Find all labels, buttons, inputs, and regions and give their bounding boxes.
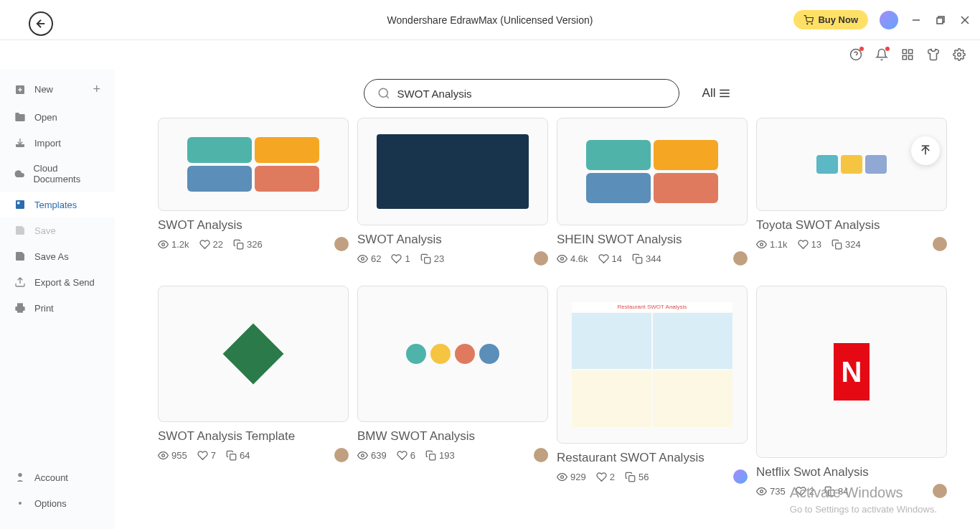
- views-meta: 62: [357, 253, 381, 264]
- save-icon: [14, 225, 26, 236]
- likes-meta: 2: [596, 472, 615, 482]
- menu-icon: [718, 87, 731, 100]
- sidebar-item-save-as[interactable]: Save As: [0, 243, 115, 269]
- sidebar-item-options[interactable]: Options: [0, 490, 115, 516]
- template-card[interactable]: N Netflix Swot Analysis 735 2 84: [756, 286, 947, 498]
- copies-meta: 344: [632, 253, 661, 264]
- svg-point-12: [958, 53, 961, 57]
- sidebar-item-import[interactable]: Import: [0, 130, 115, 156]
- template-thumbnail: [357, 286, 548, 422]
- arrow-up-icon: [919, 144, 932, 157]
- filter-all-button[interactable]: All: [702, 86, 732, 100]
- apps-icon[interactable]: [901, 48, 914, 61]
- svg-point-23: [379, 88, 387, 97]
- svg-rect-3: [937, 18, 943, 24]
- svg-rect-35: [836, 243, 842, 248]
- template-title: BMW SWOT Analysis: [357, 429, 548, 444]
- copies-meta: 64: [226, 450, 250, 461]
- sidebar-item-open[interactable]: Open: [0, 104, 115, 130]
- copies-meta: 84: [824, 486, 848, 497]
- svg-rect-37: [230, 454, 236, 459]
- template-card[interactable]: SWOT Analysis Template 955 7 64: [158, 286, 349, 498]
- maximize-button[interactable]: [934, 14, 947, 27]
- sidebar-item-new[interactable]: New +: [0, 75, 115, 104]
- export-icon: [14, 276, 26, 288]
- svg-point-28: [162, 243, 165, 245]
- notifications-icon[interactable]: [875, 48, 888, 61]
- import-icon: [14, 137, 26, 149]
- plus-square-icon: [14, 84, 26, 95]
- svg-rect-33: [636, 257, 642, 263]
- author-avatar[interactable]: [933, 237, 947, 251]
- svg-rect-10: [909, 56, 913, 60]
- author-avatar[interactable]: [733, 251, 748, 266]
- svg-point-21: [18, 473, 22, 477]
- likes-meta: 14: [598, 253, 622, 264]
- sidebar-item-label: Open: [34, 112, 57, 123]
- sidebar-item-cloud[interactable]: Cloud Documents: [0, 156, 115, 192]
- svg-rect-19: [17, 202, 19, 204]
- svg-rect-39: [430, 454, 435, 459]
- sidebar-item-label: Options: [34, 498, 67, 509]
- settings-icon[interactable]: [953, 48, 966, 61]
- template-card[interactable]: SHEIN SWOT Analysis 4.6k 14 344: [557, 118, 748, 266]
- template-card[interactable]: SWOT Analysis 1.2k 22 326: [158, 118, 349, 266]
- views-meta: 639: [357, 450, 387, 461]
- sidebar-item-label: New: [34, 84, 53, 95]
- back-button[interactable]: [29, 11, 53, 36]
- views-meta: 735: [756, 486, 786, 497]
- author-avatar[interactable]: [933, 484, 947, 498]
- svg-rect-43: [829, 490, 834, 495]
- sidebar-item-label: Export & Send: [34, 277, 95, 288]
- template-title: Restaurant SWOT Analysis: [557, 451, 748, 465]
- svg-point-34: [760, 243, 763, 245]
- sidebar-item-templates[interactable]: Templates: [0, 192, 115, 217]
- search-box[interactable]: [364, 79, 679, 108]
- sidebar-item-export[interactable]: Export & Send: [0, 269, 115, 295]
- author-avatar[interactable]: [534, 448, 548, 462]
- cloud-icon: [14, 168, 24, 179]
- sidebar-item-label: Cloud Documents: [33, 163, 100, 184]
- copies-meta: 324: [831, 239, 861, 250]
- gear-icon: [14, 497, 26, 509]
- sidebar-item-label: Account: [34, 472, 68, 483]
- search-input[interactable]: [397, 88, 666, 100]
- template-thumbnail: [158, 118, 349, 211]
- author-avatar[interactable]: [334, 448, 349, 462]
- svg-rect-29: [237, 243, 243, 248]
- sidebar-item-label: Import: [34, 138, 61, 149]
- svg-point-32: [561, 257, 564, 260]
- template-title: SWOT Analysis: [357, 233, 548, 247]
- sidebar-item-label: Save As: [34, 251, 69, 262]
- template-card[interactable]: Restaurant SWOT Analysis Restaurant SWOT…: [557, 286, 748, 498]
- author-avatar[interactable]: [534, 251, 548, 266]
- sidebar-item-label: Print: [34, 303, 54, 314]
- svg-point-1: [811, 23, 812, 24]
- svg-point-38: [362, 454, 364, 457]
- svg-point-30: [362, 257, 364, 260]
- user-avatar[interactable]: [880, 11, 898, 29]
- shirt-icon[interactable]: [927, 48, 940, 61]
- svg-point-22: [19, 502, 22, 505]
- plus-icon[interactable]: +: [93, 82, 100, 97]
- likes-meta: 2: [796, 486, 814, 497]
- minimize-button[interactable]: [910, 14, 923, 27]
- svg-rect-9: [909, 50, 913, 53]
- author-avatar[interactable]: [334, 237, 349, 251]
- print-icon: [14, 302, 26, 314]
- template-card[interactable]: BMW SWOT Analysis 639 6 193: [357, 286, 548, 498]
- buy-now-button[interactable]: Buy Now: [793, 10, 868, 29]
- scroll-to-top-button[interactable]: [911, 136, 940, 165]
- filter-label: All: [702, 86, 716, 100]
- sidebar-item-print[interactable]: Print: [0, 295, 115, 321]
- help-icon[interactable]: [849, 48, 862, 61]
- author-avatar[interactable]: [733, 469, 748, 484]
- sidebar-item-account[interactable]: Account: [0, 464, 115, 490]
- likes-meta: 1: [391, 253, 410, 264]
- template-title: SWOT Analysis Template: [158, 429, 349, 444]
- sidebar-item-label: Templates: [34, 200, 77, 210]
- copies-meta: 193: [425, 450, 455, 461]
- svg-rect-41: [629, 475, 635, 481]
- close-button[interactable]: [958, 14, 971, 27]
- template-card[interactable]: SWOT Analysis 62 1 23: [357, 118, 548, 266]
